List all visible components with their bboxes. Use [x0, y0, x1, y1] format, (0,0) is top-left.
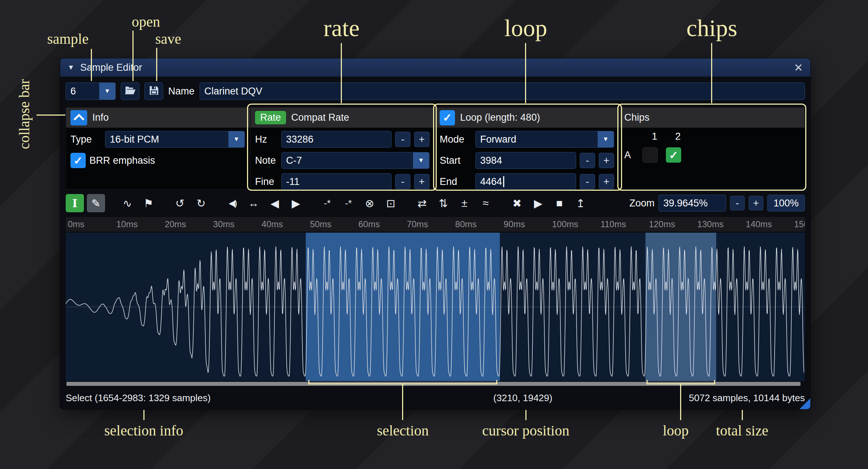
close-icon[interactable]: ✕ — [794, 61, 803, 74]
apply-silence-button[interactable]: -* — [339, 194, 358, 212]
hz-plus-button[interactable]: + — [414, 132, 429, 147]
reverse-button[interactable]: ⇄ — [413, 194, 431, 212]
fine-minus-button[interactable]: - — [395, 174, 410, 189]
annotation-rate: rate — [324, 14, 360, 42]
brr-emphasis-checkbox[interactable]: ✓ — [70, 153, 86, 168]
waveform-view[interactable] — [66, 233, 805, 381]
note-select[interactable]: C-7 ▼ — [281, 152, 429, 169]
ruler-label: 40ms — [262, 219, 283, 229]
chevron-down-icon[interactable]: ▼ — [228, 131, 244, 147]
toolbar-buttons: I✎∿⚑↺↻◀)↔◀▶-*-*⊗⊡⇄⇅±≈✖▶■↥ — [66, 194, 593, 212]
horizontal-scrollbar[interactable] — [66, 381, 805, 387]
open-button[interactable] — [121, 82, 139, 100]
delete-button[interactable]: ⊗ — [360, 194, 379, 212]
redo-button[interactable]: ↻ — [192, 194, 210, 212]
upload-button[interactable]: ↥ — [571, 194, 590, 212]
zoom-value: 39.9645% — [663, 198, 708, 209]
loop-start-input[interactable]: 3984 — [475, 152, 576, 169]
selection-info-text: Select (1654-2983: 1329 samples) — [66, 392, 211, 404]
resize-grip[interactable] — [799, 398, 810, 409]
floppy-disk-icon — [149, 85, 159, 97]
loop-end-input[interactable]: 4464 — [475, 173, 576, 190]
rate-panel: Rate Compat Rate Hz 33286 - + Note C-7 — [250, 107, 435, 189]
hz-input[interactable]: 33286 — [281, 131, 391, 148]
undo-button[interactable]: ↺ — [171, 194, 189, 212]
crop-icon: ⊡ — [386, 197, 395, 210]
ruler-label: 0ms — [68, 219, 84, 229]
resample-button[interactable]: ⚑ — [139, 194, 158, 212]
loop-start-plus-button[interactable]: + — [599, 153, 614, 168]
fade-in-button[interactable]: ◀ — [266, 194, 284, 212]
trim-button[interactable]: ⊡ — [382, 194, 400, 212]
chip-a1-checkbox[interactable] — [643, 147, 658, 163]
loop-panel: ✓ Loop (length: 480) Mode Forward ▼ Star… — [435, 107, 620, 189]
resize-button[interactable]: ∿ — [118, 194, 136, 212]
window-title: Sample Editor — [80, 62, 142, 73]
loop-start-minus-button[interactable]: - — [580, 153, 595, 168]
loop-start-label: Start — [440, 155, 472, 166]
hz-minus-button[interactable]: - — [395, 132, 410, 147]
select-tool-button[interactable]: I — [66, 194, 84, 212]
loop-end-minus-button[interactable]: - — [580, 174, 595, 189]
stop-icon: ■ — [556, 197, 563, 209]
arrows-icon: ↔ — [248, 197, 259, 209]
ruler-label: 50ms — [310, 219, 332, 229]
fine-input[interactable]: -11 — [281, 173, 391, 190]
zoom-input[interactable]: 39.9645% — [659, 195, 726, 212]
reverse-icon: ⇄ — [417, 197, 427, 210]
loop-end-label: End — [440, 176, 472, 187]
annotation-selection: selection — [377, 422, 429, 439]
chip-a2-checkbox[interactable]: ✓ — [666, 147, 681, 163]
sample-name-input[interactable]: Clarinet DQV — [200, 82, 805, 100]
chip-row-a-label: A — [624, 150, 643, 161]
insert-silence-button[interactable]: -* — [318, 194, 336, 212]
folder-open-icon — [124, 86, 136, 97]
chevron-down-icon[interactable]: ▼ — [99, 83, 115, 100]
loop-end-plus-button[interactable]: + — [599, 174, 614, 189]
speaker-icon: ◀) — [229, 198, 236, 208]
ruler-label: 10ms — [116, 219, 138, 229]
chevron-down-icon[interactable]: ▼ — [413, 152, 429, 168]
fade-out-button[interactable]: ▶ — [287, 194, 305, 212]
save-button[interactable] — [144, 82, 163, 100]
sample-number-select[interactable]: 6 ▼ — [66, 82, 116, 100]
fine-label: Fine — [255, 176, 278, 187]
annotation-selection-info: selection info — [104, 422, 184, 439]
note-label: Note — [255, 155, 278, 166]
crossfade-button[interactable]: ✖ — [508, 194, 526, 212]
filter-button[interactable]: ≈ — [477, 194, 495, 212]
stop-button[interactable]: ■ — [550, 194, 568, 212]
scrollbar-thumb[interactable] — [66, 382, 801, 386]
loop-mode-select[interactable]: Forward ▼ — [475, 131, 614, 148]
ruler-label: 150 — [794, 219, 805, 229]
rate-badge[interactable]: Rate — [255, 111, 286, 124]
window-collapse-icon[interactable]: ▼ — [67, 63, 74, 71]
sample-number-value: 6 — [66, 86, 99, 97]
loop-enable-checkbox[interactable]: ✓ — [440, 110, 455, 125]
desktop-background: ▼ Sample Editor ✕ 6 ▼ Name Clarinet DQV — [0, 0, 868, 469]
redo-icon: ↻ — [196, 197, 205, 210]
zoom-minus-button[interactable]: - — [730, 196, 745, 210]
ruler-label: 100ms — [552, 219, 578, 229]
rate-panel-title: Compat Rate — [291, 112, 349, 123]
preview-button[interactable]: ▶ — [529, 194, 547, 212]
titlebar[interactable]: ▼ Sample Editor ✕ — [60, 58, 810, 77]
collapse-info-button[interactable] — [70, 110, 87, 125]
ruler-label: 130ms — [697, 219, 724, 229]
draw-tool-button[interactable]: ✎ — [87, 194, 105, 212]
invert-button[interactable]: ⇅ — [434, 194, 452, 212]
loop-start-value: 3984 — [480, 155, 502, 166]
plus-minus-icon: ± — [462, 197, 467, 209]
normalize-button[interactable]: ↔ — [244, 194, 263, 212]
chevron-down-icon[interactable]: ▼ — [598, 131, 614, 147]
zoom-plus-button[interactable]: + — [749, 196, 763, 210]
delete-icon: ⊗ — [365, 197, 374, 210]
hz-label: Hz — [255, 134, 278, 145]
name-label: Name — [168, 86, 194, 97]
type-select[interactable]: 16-bit PCM ▼ — [105, 131, 245, 148]
amplify-button[interactable]: ◀) — [223, 194, 242, 212]
zoom-reset-button[interactable]: 100% — [767, 195, 805, 212]
annotation-total-size: total size — [716, 422, 768, 439]
sign-button[interactable]: ± — [455, 194, 474, 212]
fine-plus-button[interactable]: + — [414, 174, 429, 189]
